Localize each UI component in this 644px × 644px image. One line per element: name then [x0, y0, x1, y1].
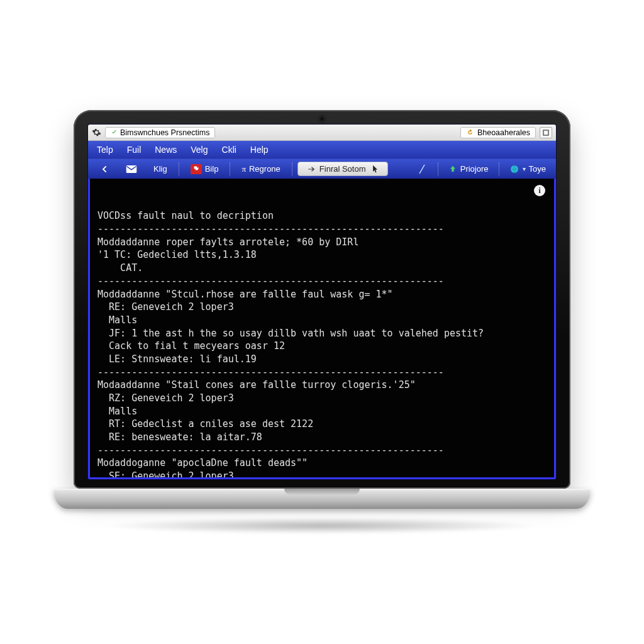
window-right-label: Bheoaaherales [477, 128, 530, 137]
menu-item[interactable]: Help [250, 145, 269, 155]
back-button[interactable] [93, 162, 116, 176]
toolbar: Klig Bilp π Regrone [88, 158, 556, 179]
toye-label: Toye [529, 164, 546, 174]
king-button[interactable]: Klig [147, 162, 174, 175]
menu-item[interactable]: Telp [97, 145, 113, 155]
bilp-label: Bilp [205, 164, 219, 174]
window-title: Bimswnchues Prsnectims [120, 128, 209, 137]
final-sotom-button[interactable]: Finral Sotom [297, 162, 388, 176]
drop-shadow [103, 518, 540, 534]
laptop-mockup: Bimswnchues Prsnectims Bheoaaherales Tel… [74, 110, 570, 534]
menu-item[interactable]: Ckli [222, 145, 236, 155]
projore-label: Priojore [460, 164, 489, 174]
terminal-output[interactable]: VOCDss fault naul to decription --------… [88, 179, 556, 479]
laptop-base [53, 489, 590, 509]
regrone-button[interactable]: π Regrone [235, 162, 286, 176]
gear-icon [92, 128, 101, 137]
cursor-icon [372, 165, 379, 174]
slash-button[interactable] [411, 162, 433, 176]
globe-icon [509, 164, 519, 174]
arrow-right-icon [307, 165, 316, 174]
projore-button[interactable]: Priojore [443, 162, 494, 175]
window-titlebar: Bimswnchues Prsnectims Bheoaaherales [88, 125, 556, 141]
bilp-button[interactable]: Bilp [184, 162, 225, 176]
screen-bezel: Bimswnchues Prsnectims Bheoaaherales Tel… [74, 110, 570, 489]
up-arrow-icon [448, 165, 457, 174]
toye-button[interactable]: ▾ Toye [504, 162, 551, 176]
info-icon[interactable]: i [534, 185, 545, 196]
menu-item[interactable]: Fuil [127, 145, 142, 155]
console-text: VOCDss fault naul to decription --------… [97, 209, 547, 479]
regrone-label: Regrone [249, 164, 280, 174]
mail-button[interactable] [119, 163, 143, 175]
app-window: Bimswnchues Prsnectims Bheoaaherales Tel… [87, 124, 557, 480]
webcam-dot [319, 116, 325, 121]
window-title-pill: Bimswnchues Prsnectims [105, 127, 215, 138]
menu-item[interactable]: Velg [191, 145, 208, 155]
final-sotom-label: Finral Sotom [319, 164, 366, 174]
pi-icon: π [242, 164, 246, 174]
menu-item[interactable]: News [155, 145, 177, 155]
king-label: Klig [153, 164, 167, 174]
window-maximize-button[interactable] [540, 127, 552, 138]
flag-icon [191, 164, 202, 174]
svg-rect-0 [543, 130, 548, 135]
sync-icon [466, 128, 475, 137]
window-title-right-pill: Bheoaaherales [460, 127, 536, 138]
chevron-down-icon: ▾ [523, 165, 526, 172]
checkmark-icon [111, 129, 118, 136]
menu-bar: Telp Fuil News Velg Ckli Help [88, 141, 556, 158]
